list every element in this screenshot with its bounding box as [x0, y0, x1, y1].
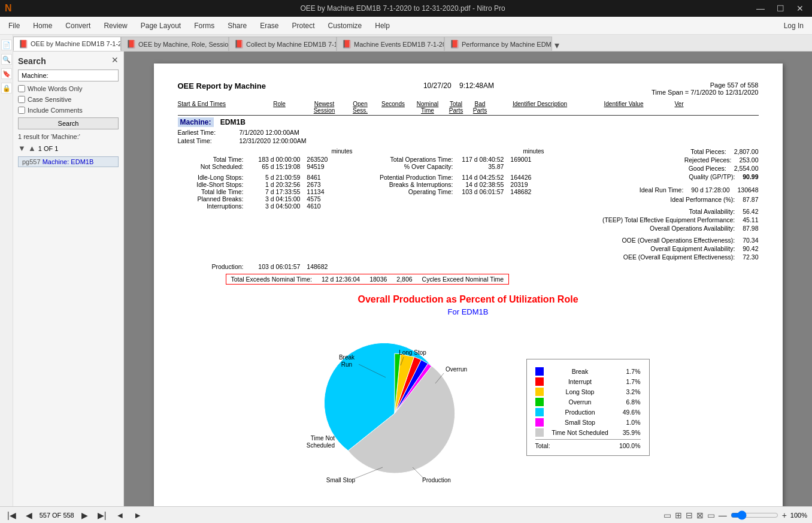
view-icon-1[interactable]: ▭ — [663, 510, 671, 520]
menu-share[interactable]: Share — [222, 19, 253, 32]
total-avail-label: Total Availability: — [689, 208, 735, 215]
zoom-slider[interactable] — [731, 510, 778, 520]
nav-up-icon[interactable]: ▲ — [28, 144, 36, 153]
chart-label-break: Break — [338, 354, 355, 361]
checkbox-include-comments[interactable]: Include Comments — [18, 107, 119, 114]
potential-prod-min: 164426 — [510, 174, 531, 181]
col-newest-sess: NewestSession — [304, 101, 346, 114]
chart-label-run: Run — [341, 361, 352, 368]
tab-3[interactable]: 📕 Machine Events EDM1B 7-1-2020 to ... — [337, 37, 444, 51]
legend-label-longstop: Long Stop — [547, 388, 613, 395]
search-input[interactable] — [18, 69, 119, 81]
total-time-val: 183 d 00:00:00 — [245, 156, 305, 163]
search-button[interactable]: Search — [18, 117, 119, 129]
operating-time-row: Operating Time: 103 d 06:01:57 148682 — [369, 188, 549, 195]
nav-down-icon[interactable]: ▼ — [18, 144, 26, 153]
sidebar-icon-3[interactable]: 🔖 — [1, 68, 12, 79]
nav-last-button[interactable]: ▶| — [95, 509, 109, 521]
view-icon-4[interactable]: ⊠ — [696, 510, 704, 520]
checkbox-whole-words[interactable]: Whole Words Only — [18, 85, 119, 92]
legend-row-overrun: Overrun 6.8% — [535, 398, 641, 406]
chart-label-timenot: Time Not — [310, 435, 334, 442]
operating-time-val: 103 d 06:01:57 — [455, 188, 508, 195]
rejected-pieces-row: Rejected Pieces: 253.00 — [561, 156, 759, 164]
sidebar-icon-2[interactable]: 🔍 — [1, 54, 12, 65]
teep-row: (TEEP) Total Effective Equipment Perform… — [561, 216, 759, 223]
menu-customize[interactable]: Customize — [322, 19, 368, 32]
search-result-info: 1 result for 'Machine:' — [18, 133, 119, 140]
view-icon-5[interactable]: ▭ — [707, 510, 715, 520]
nav-count: 1 OF 1 — [38, 145, 59, 152]
search-result-item[interactable]: pg557 Machine: EDM1B — [18, 156, 119, 167]
idle-short-row: Idle-Short Stops: 1 d 20:32:56 2673 — [178, 181, 357, 188]
pdf-viewer[interactable]: OEE Report by Machine 10/27/20 9:12:48AM… — [124, 52, 812, 506]
idle-short-label: Idle-Short Stops: — [178, 181, 244, 188]
latest-time-row: Latest Time: 12/31/2020 12:00:00AM — [178, 137, 759, 144]
menu-help[interactable]: Help — [369, 19, 396, 32]
total-time-label: Total Time: — [178, 156, 244, 163]
legend-color-interrupt — [535, 377, 544, 386]
menu-review[interactable]: Review — [98, 19, 133, 32]
sidebar-icon-1[interactable]: 📄 — [1, 40, 12, 50]
tab-4[interactable]: 📕 Performance by Machine EDM1B 7-1-... — [444, 37, 552, 51]
ooe-row: OOE (Overall Operations Effectiveness): … — [561, 237, 759, 244]
col-bad-parts: BadParts — [468, 101, 492, 114]
interruptions-val: 3 d 04:50:00 — [245, 202, 305, 210]
menu-file[interactable]: File — [2, 19, 26, 32]
close-button[interactable]: ✕ — [793, 2, 807, 14]
ooe-val: 70.34 — [743, 237, 758, 244]
overall-equip-avail-row: Overall Equipment Availability: 90.42 — [561, 245, 759, 252]
nav-next-alt-button[interactable]: ► — [131, 509, 144, 521]
menu-convert[interactable]: Convert — [59, 19, 96, 32]
chart-section: Overall Production as Percent of Utiliza… — [178, 294, 759, 491]
sidebar-icon-4[interactable]: 🔒 — [1, 83, 12, 93]
oee-row: OEE (Overall Equipment Effectiveness): 7… — [561, 253, 759, 261]
nav-first-button[interactable]: |◀ — [5, 509, 19, 521]
minutes-label-2: minutes — [369, 148, 544, 155]
total-idle-val: 7 d 17:33:55 — [245, 188, 305, 195]
search-close-button[interactable]: ✕ — [111, 55, 119, 65]
search-panel-title: Search — [18, 56, 119, 66]
chart-label-scheduled: Scheduled — [306, 442, 334, 449]
col-ident-val: Identifier Value — [588, 101, 660, 114]
view-icon-3[interactable]: ⊟ — [686, 510, 693, 520]
page-count: 557 OF 558 — [40, 512, 74, 519]
menu-page-layout[interactable]: Page Layout — [135, 19, 187, 32]
menu-home[interactable]: Home — [27, 19, 58, 32]
tab-2[interactable]: 📕 Collect by Machine EDM1B 7-1-2020... — [229, 37, 337, 51]
legend-row-smallstop: Small Stop 1.0% — [535, 418, 641, 427]
total-idle-min: 11134 — [307, 188, 324, 195]
ideal-perf-label: Ideal Performance (%): — [670, 196, 735, 203]
nav-next-button[interactable]: ▶ — [79, 509, 90, 521]
teep-val: 45.11 — [743, 216, 758, 223]
svg-line-3 — [353, 467, 383, 479]
breaks-int-label: Breaks & Interruptions: — [369, 181, 453, 188]
zoom-in-button[interactable]: + — [782, 510, 787, 520]
ideal-run-row: Ideal Run Time: 90 d 17:28:00 130648 — [561, 186, 759, 194]
menu-forms[interactable]: Forms — [188, 19, 220, 32]
legend-pct-smallstop: 1.0% — [617, 419, 641, 426]
svg-line-4 — [413, 467, 425, 479]
menu-erase[interactable]: Erase — [254, 19, 284, 32]
tab-0[interactable]: 📕 OEE by Machine EDM1B 7-1-2020 to ... ✕ — [13, 37, 121, 51]
overall-ops-avail-row: Overall Operations Availability: 87.98 — [561, 225, 759, 232]
view-icon-2[interactable]: ⊞ — [675, 510, 682, 520]
pdf-icon-3: 📕 — [342, 40, 352, 49]
tab-1[interactable]: 📕 OEE by Machine, Role, Session, Id... — [121, 37, 229, 51]
total-pieces-row: Total Pieces: 2,807.00 — [561, 148, 759, 155]
zoom-out-button[interactable]: — — [719, 510, 727, 520]
earliest-time-row: Earliest Time: 7/1/2020 12:00:00AM — [178, 129, 759, 136]
nav-prev-alt-button[interactable]: ◄ — [113, 509, 126, 521]
minimize-button[interactable]: — — [753, 2, 768, 14]
maximize-button[interactable]: ☐ — [773, 2, 788, 14]
login-button[interactable]: Log In — [778, 19, 810, 32]
not-sched-label: Not Scheduled: — [178, 163, 244, 170]
chart-label-longstop: Long Stop — [399, 349, 426, 356]
potential-prod-row: Potential Production Time: 114 d 04:25:5… — [369, 174, 549, 181]
overall-ops-avail-val: 87.98 — [743, 225, 758, 232]
nav-prev-button[interactable]: ◀ — [23, 509, 35, 521]
tabs-overflow[interactable]: ▾ — [555, 40, 559, 51]
highlighted-val1: 12 d 12:36:04 — [322, 276, 360, 283]
checkbox-case-sensitive[interactable]: Case Sensitive — [18, 96, 119, 103]
menu-protect[interactable]: Protect — [286, 19, 321, 32]
